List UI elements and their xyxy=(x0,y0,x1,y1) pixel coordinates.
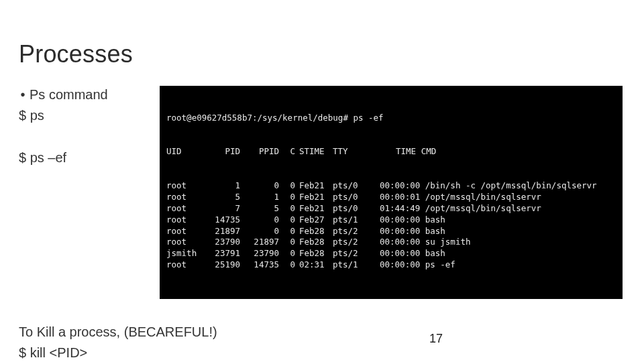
hdr-pid: PID xyxy=(207,146,244,158)
terminal-output: root@e09627d558b7:/sys/kernel/debug# ps … xyxy=(160,86,623,299)
hdr-stime: STIME xyxy=(299,146,331,158)
table-row: root23790218970Feb28pts/200:00:00 su jsm… xyxy=(166,237,616,248)
table-row: root750Feb21pts/001:44:49 /opt/mssql/bin… xyxy=(166,203,616,215)
hdr-c: C xyxy=(284,146,298,158)
spacer xyxy=(19,126,160,147)
left-column: • Ps command $ ps $ ps –ef xyxy=(19,84,160,168)
hdr-tty: TTY xyxy=(333,146,373,158)
bullet-text: Ps command xyxy=(30,84,108,105)
ps-ef-line: $ ps –ef xyxy=(19,147,160,168)
hdr-time-cmd: TIME CMD xyxy=(374,146,616,158)
body-row: • Ps command $ ps $ ps –ef root@e09627d5… xyxy=(19,84,625,299)
hdr-ppid: PPID xyxy=(246,146,283,158)
bullet-ps-command: • Ps command xyxy=(19,84,160,105)
kill-command: $ kill <PID> xyxy=(19,343,625,362)
table-row: root2519014735002:31pts/100:00:00 ps -ef xyxy=(166,259,616,271)
slide-title: Processes xyxy=(19,40,625,68)
table-row: root1473500Feb27pts/100:00:00 bash xyxy=(166,215,616,226)
kill-block: To Kill a process, (BECAREFUL!) $ kill <… xyxy=(19,322,625,362)
page-number: 17 xyxy=(429,332,443,346)
slide: Processes • Ps command $ ps $ ps –ef roo… xyxy=(0,0,644,362)
bullet-dot-icon: • xyxy=(19,84,27,105)
terminal-header: UID PID PPID C STIME TTY TIME CMD xyxy=(166,146,616,158)
terminal-prompt: root@e09627d558b7:/sys/kernel/debug# ps … xyxy=(166,113,616,124)
table-row: root2189700Feb28pts/200:00:00 bash xyxy=(166,226,616,237)
table-row: root100Feb21pts/000:00:00 /bin/sh -c /op… xyxy=(166,180,616,192)
kill-warning: To Kill a process, (BECAREFUL!) xyxy=(19,322,625,343)
table-row: jsmith23791237900Feb28pts/200:00:00 bash xyxy=(166,248,616,259)
hdr-uid: UID xyxy=(166,146,205,158)
ps-line: $ ps xyxy=(19,105,160,126)
table-row: root510Feb21pts/000:00:01 /opt/mssql/bin… xyxy=(166,192,616,203)
terminal-rows: root100Feb21pts/000:00:00 /bin/sh -c /op… xyxy=(166,180,616,271)
